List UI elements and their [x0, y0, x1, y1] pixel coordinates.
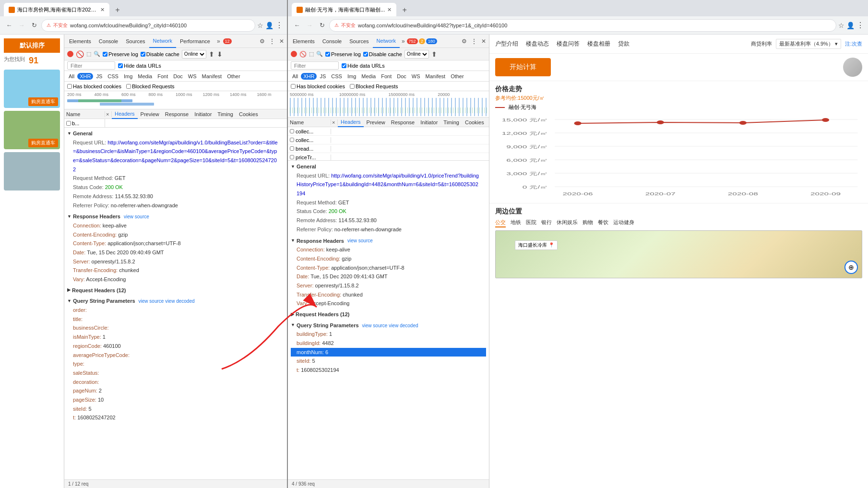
- rtype-font[interactable]: Font: [379, 73, 394, 80]
- rdetail-tab-headers[interactable]: Headers: [338, 118, 364, 127]
- menu-btn-left[interactable]: ⋮: [275, 21, 283, 30]
- mortgage-rate-select[interactable]: 最新基准利率（4.9%） ▾: [776, 39, 841, 49]
- dt-settings-left[interactable]: ⚙: [258, 38, 267, 45]
- dt-console[interactable]: Console: [95, 35, 122, 48]
- type-js-left[interactable]: JS: [94, 73, 105, 80]
- account-btn-left[interactable]: 👤: [265, 22, 273, 29]
- req-row-bread[interactable]: bread...: [288, 144, 489, 153]
- type-img-left[interactable]: Img: [121, 73, 135, 80]
- blocked-cookies-left[interactable]: Has blocked cookies: [67, 83, 121, 89]
- type-other-left[interactable]: Other: [225, 73, 243, 80]
- expand-link[interactable]: 注:次查: [845, 40, 862, 48]
- rtype-manifest[interactable]: Manifest: [423, 73, 448, 80]
- preserve-log-left[interactable]: Preserve log: [103, 51, 138, 57]
- response-headers-section-left[interactable]: ▼ Response Headers view source: [67, 212, 284, 221]
- online-select-right[interactable]: Online: [404, 50, 429, 59]
- left-tab-active[interactable]: 海口市房价网,海南省海口市2020... ✕: [4, 3, 109, 16]
- rdt-sources[interactable]: Sources: [345, 35, 372, 48]
- rdetail-tab-cookies[interactable]: Cookies: [462, 118, 487, 127]
- view-source-link-rh-right[interactable]: view source: [347, 237, 373, 245]
- rtype-ws[interactable]: WS: [409, 73, 423, 80]
- rtype-media[interactable]: Media: [359, 73, 378, 80]
- rtype-xhr[interactable]: XHR: [301, 73, 317, 80]
- account-btn-right[interactable]: 👤: [846, 22, 855, 29]
- view-decoded-link-qs-right[interactable]: view decoded: [389, 321, 418, 330]
- rdt-more[interactable]: »: [400, 38, 407, 45]
- type-manifest-left[interactable]: Manifest: [200, 73, 225, 80]
- dt-network-left[interactable]: Network: [149, 35, 176, 48]
- dt-performance[interactable]: Performance: [176, 35, 214, 48]
- rtype-js[interactable]: JS: [317, 73, 328, 80]
- loc-tab-bank[interactable]: 银行: [541, 219, 552, 227]
- dt-more-left[interactable]: »: [214, 38, 223, 45]
- right-url-bar[interactable]: ⚠ 不安全 wofang.com/wfcloud/newBuilding/448…: [329, 19, 836, 32]
- rdetail-tab-preview[interactable]: Preview: [364, 118, 388, 127]
- back-btn-left[interactable]: ←: [4, 20, 14, 31]
- reload-btn-left[interactable]: ↻: [29, 20, 39, 31]
- dt-more2-left[interactable]: ⋮: [267, 37, 277, 45]
- reload-btn-right[interactable]: ↻: [317, 20, 327, 31]
- filter-input-left[interactable]: [67, 61, 115, 70]
- disable-cache-left[interactable]: Disable cache: [141, 51, 179, 57]
- rdt-console[interactable]: Console: [319, 35, 345, 48]
- req-row-collect1[interactable]: collec...: [288, 127, 489, 136]
- request-row-left[interactable]: b...: [64, 119, 105, 127]
- menu-btn-right[interactable]: ⋮: [856, 21, 864, 30]
- rtype-img[interactable]: Img: [345, 73, 358, 80]
- hide-data-urls-left[interactable]: Hide data URLs: [118, 63, 161, 69]
- nav-item-photos[interactable]: 楼盘相册: [587, 40, 610, 48]
- rtype-doc[interactable]: Doc: [394, 73, 409, 80]
- blocked-requests-left[interactable]: Blocked Requests: [126, 83, 175, 89]
- req-row-collect2[interactable]: collec...: [288, 136, 489, 144]
- record-btn-left[interactable]: [67, 51, 73, 57]
- filter-input-right[interactable]: [291, 61, 339, 70]
- general-section-right[interactable]: ▼ General: [291, 162, 486, 171]
- nav-item-floorplan[interactable]: 户型介绍: [495, 40, 518, 48]
- disable-cache-right[interactable]: Disable cache: [363, 51, 402, 57]
- new-tab-btn-left[interactable]: +: [111, 4, 124, 16]
- left-tab-close[interactable]: ✕: [100, 7, 105, 13]
- loc-tab-hospital[interactable]: 医院: [526, 219, 536, 227]
- rtype-css[interactable]: CSS: [329, 73, 345, 80]
- forward-btn-left[interactable]: →: [16, 20, 27, 31]
- request-headers-section-left[interactable]: ▶ Request Headers (12): [67, 286, 284, 295]
- filter-icon-right[interactable]: ⬚: [309, 51, 314, 57]
- blocked-requests-right[interactable]: Blocked Requests: [350, 83, 398, 89]
- view-decoded-link-qs-left[interactable]: view decoded: [165, 297, 194, 305]
- blocked-cookies-right[interactable]: Has blocked cookies: [291, 83, 345, 89]
- search-icon-right[interactable]: 🔍: [316, 51, 323, 57]
- rdt-network[interactable]: Network: [373, 35, 400, 48]
- detail-tab-initiator-left[interactable]: Initiator: [191, 109, 214, 119]
- rdt-elements[interactable]: Elements: [289, 35, 319, 48]
- type-css-left[interactable]: CSS: [105, 73, 121, 80]
- rdetail-tab-response[interactable]: Response: [388, 118, 418, 127]
- nav-item-qa[interactable]: 楼盘问答: [557, 40, 580, 48]
- star-btn-left[interactable]: ☆: [257, 22, 263, 29]
- back-btn-right[interactable]: ←: [292, 20, 302, 31]
- view-source-link-rh-left[interactable]: view source: [124, 213, 149, 221]
- detail-tab-headers-left[interactable]: Headers: [112, 109, 138, 119]
- clear-btn-right[interactable]: 🚫: [299, 51, 307, 58]
- nav-item-loan[interactable]: 贷款: [618, 40, 630, 48]
- rdt-more2[interactable]: ⋮: [469, 37, 479, 45]
- loc-tab-metro[interactable]: 地铁: [511, 219, 521, 227]
- right-tab-active[interactable]: 融创·无弓海，海南省海口市融创... ✕: [292, 3, 396, 16]
- loc-tab-fitness[interactable]: 运动健身: [613, 219, 634, 227]
- dt-sources[interactable]: Sources: [122, 35, 149, 48]
- query-params-section-right[interactable]: ▼ Query String Parameters view source vi…: [291, 321, 486, 330]
- search-icon-left[interactable]: 🔍: [94, 51, 100, 57]
- rtype-all[interactable]: All: [290, 73, 300, 80]
- filter-icon-left[interactable]: ⬚: [86, 51, 91, 57]
- loc-tab-restaurant[interactable]: 餐饮: [598, 219, 608, 227]
- detail-tab-preview-left[interactable]: Preview: [138, 109, 162, 119]
- dt-elements[interactable]: Elements: [65, 35, 95, 48]
- type-font-left[interactable]: Font: [155, 73, 170, 80]
- detail-tab-response-left[interactable]: Response: [162, 109, 192, 119]
- rdetail-tab-timing[interactable]: Timing: [440, 118, 462, 127]
- rdt-close[interactable]: ✕: [479, 38, 488, 45]
- right-tab-close[interactable]: ✕: [387, 7, 392, 13]
- left-url-bar[interactable]: ⚠ 不安全 wofang.com/wfcloud/newBuilding?_ci…: [41, 19, 255, 32]
- query-params-section-left[interactable]: ▼ Query String Parameters view source vi…: [67, 297, 284, 306]
- type-media-left[interactable]: Media: [135, 73, 155, 80]
- type-ws-left[interactable]: WS: [186, 73, 199, 80]
